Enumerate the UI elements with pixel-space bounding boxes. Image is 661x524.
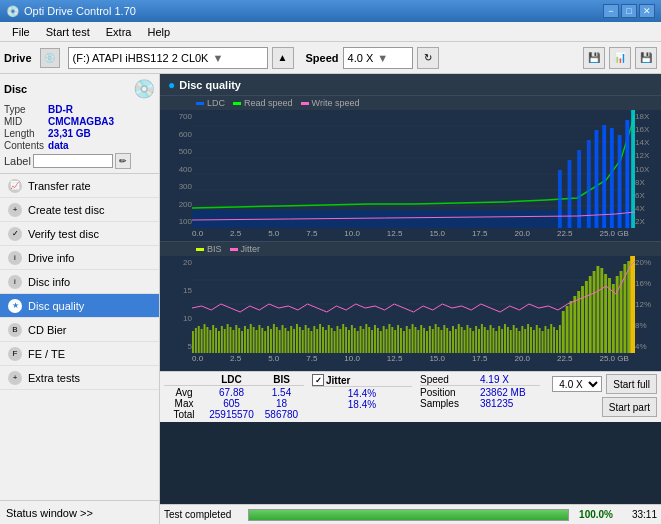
samples-label: Samples: [420, 398, 480, 409]
status-window-button[interactable]: Status window >>: [0, 500, 159, 524]
svg-rect-95: [409, 329, 411, 353]
jitter-checkbox[interactable]: ✓: [312, 374, 324, 386]
start-part-button[interactable]: Start part: [602, 397, 657, 417]
svg-rect-7: [558, 170, 562, 228]
start-full-button[interactable]: Start full: [606, 374, 657, 394]
svg-rect-87: [386, 329, 388, 353]
speed-refresh-button[interactable]: ↻: [417, 47, 439, 69]
stats-bis-header: BIS: [259, 374, 304, 385]
drive-name: (F:) ATAPI iHBS112 2 CL0K: [73, 52, 209, 64]
svg-rect-13: [610, 128, 614, 228]
label-edit-button[interactable]: ✏: [115, 153, 131, 169]
svg-rect-22: [198, 326, 200, 353]
menu-start-test[interactable]: Start test: [38, 24, 98, 40]
eject-button[interactable]: ▲: [272, 47, 294, 69]
svg-rect-67: [328, 325, 330, 353]
svg-rect-82: [371, 330, 373, 353]
nav-icon-disc-quality: ★: [8, 299, 22, 313]
svg-rect-122: [487, 330, 489, 353]
svg-rect-80: [365, 324, 367, 353]
nav-item-create-test-disc[interactable]: + Create test disc: [0, 198, 159, 222]
svg-rect-150: [570, 301, 573, 353]
maximize-button[interactable]: □: [621, 4, 637, 18]
toolbar-btn2[interactable]: 📊: [609, 47, 631, 69]
legend-ldc-dot: [196, 102, 204, 105]
svg-rect-74: [348, 330, 350, 353]
mid-label: MID: [4, 116, 44, 127]
svg-rect-85: [380, 331, 382, 353]
speed-value-2: 4.19 X: [480, 374, 540, 385]
bottom-chart-y-left: 2015105: [160, 256, 192, 353]
svg-rect-26: [209, 330, 211, 353]
speed-dropdown[interactable]: 4.0 X: [552, 376, 602, 392]
svg-rect-32: [227, 324, 229, 353]
nav-item-fe-te[interactable]: F FE / TE: [0, 342, 159, 366]
svg-rect-158: [600, 268, 603, 353]
svg-rect-50: [279, 330, 281, 353]
nav-item-drive-info[interactable]: i Drive info: [0, 246, 159, 270]
stats-max-label: Max: [164, 398, 204, 409]
nav-item-verify-test-disc[interactable]: ✓ Verify test disc: [0, 222, 159, 246]
svg-rect-47: [270, 329, 272, 353]
menu-file[interactable]: File: [4, 24, 38, 40]
svg-rect-15: [625, 120, 629, 228]
svg-rect-148: [562, 311, 565, 353]
legend-read-dot: [233, 102, 241, 105]
svg-rect-62: [313, 326, 315, 353]
svg-rect-78: [360, 326, 362, 353]
svg-rect-40: [250, 324, 252, 353]
svg-rect-154: [585, 281, 588, 353]
jitter-label: Jitter: [326, 375, 350, 386]
svg-rect-72: [342, 324, 344, 353]
svg-rect-65: [322, 327, 324, 353]
svg-rect-88: [388, 324, 390, 353]
svg-rect-161: [612, 284, 615, 353]
position-label: Position: [420, 387, 480, 398]
menu-help[interactable]: Help: [139, 24, 178, 40]
toolbar-btn1[interactable]: 💾: [583, 47, 605, 69]
progress-fill: [249, 510, 568, 520]
svg-rect-10: [587, 140, 591, 228]
toolbar-btn3[interactable]: 💾: [635, 47, 657, 69]
top-chart-y-left: 700600500400300200100: [160, 110, 192, 228]
nav-item-transfer-rate[interactable]: 📈 Transfer rate: [0, 174, 159, 198]
svg-rect-73: [345, 327, 347, 353]
nav-item-disc-quality[interactable]: ★ Disc quality: [0, 294, 159, 318]
drive-select[interactable]: (F:) ATAPI iHBS112 2 CL0K ▼: [68, 47, 268, 69]
nav-item-extra-tests[interactable]: + Extra tests: [0, 366, 159, 390]
speed-select[interactable]: 4.0 X ▼: [343, 47, 413, 69]
svg-rect-114: [464, 330, 466, 353]
svg-rect-165: [627, 261, 630, 353]
samples-value: 381235: [480, 398, 540, 409]
nav-label-fe-te: FE / TE: [28, 348, 65, 360]
svg-rect-63: [316, 329, 318, 353]
svg-rect-96: [412, 324, 414, 353]
svg-rect-12: [602, 125, 606, 228]
stats-total-label: Total: [164, 409, 204, 420]
disc-section-title: Disc: [4, 83, 27, 95]
svg-rect-39: [247, 329, 249, 353]
svg-rect-105: [438, 327, 440, 353]
svg-rect-56: [296, 324, 298, 353]
nav-item-disc-info[interactable]: i Disc info: [0, 270, 159, 294]
svg-rect-133: [518, 331, 520, 353]
nav-icon-extra-tests: +: [8, 371, 22, 385]
bottom-chart-y-right: 20%16%12%8%4%: [635, 256, 661, 353]
svg-rect-134: [521, 326, 523, 353]
minimize-button[interactable]: −: [603, 4, 619, 18]
svg-rect-49: [276, 327, 278, 353]
menu-extra[interactable]: Extra: [98, 24, 140, 40]
svg-rect-103: [432, 329, 434, 353]
close-button[interactable]: ✕: [639, 4, 655, 18]
nav-item-cd-bier[interactable]: B CD Bier: [0, 318, 159, 342]
svg-rect-127: [501, 329, 503, 353]
speed-label-2: Speed: [420, 374, 480, 385]
nav-label-drive-info: Drive info: [28, 252, 74, 264]
svg-rect-94: [406, 326, 408, 353]
svg-rect-21: [195, 328, 197, 353]
progress-time: 33:11: [617, 509, 657, 520]
nav-icon-fe-te: F: [8, 347, 22, 361]
top-chart-wrapper: LDC Read speed Write speed 7006005: [160, 96, 661, 241]
nav-icon-create-test-disc: +: [8, 203, 22, 217]
label-input[interactable]: [33, 154, 113, 168]
